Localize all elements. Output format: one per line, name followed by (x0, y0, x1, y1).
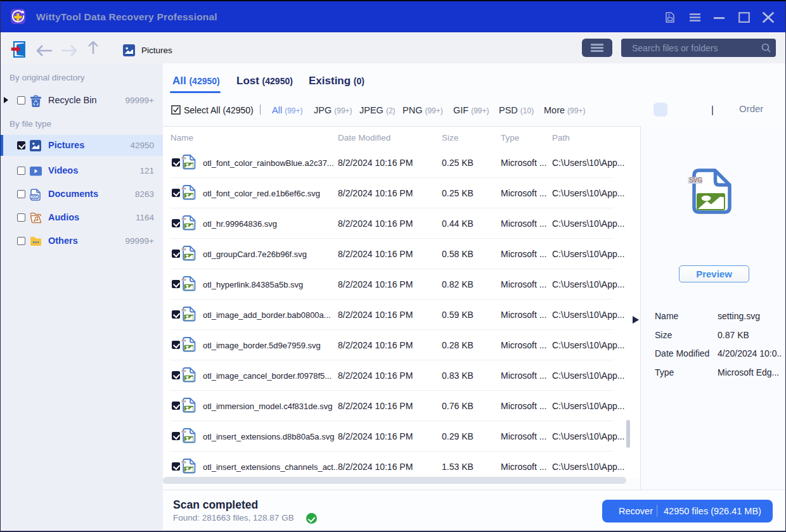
svg-text:SVG: SVG (182, 248, 186, 251)
svg-text:SVG: SVG (182, 309, 186, 312)
svg-text:SVG: SVG (182, 400, 186, 403)
svg-text:SVG: SVG (182, 157, 186, 160)
svg-text:SVG: SVG (182, 370, 186, 372)
svg-text:SVG: SVG (182, 218, 186, 220)
svg-text:SVG: SVG (182, 461, 186, 464)
svg-text:SVG: SVG (182, 339, 186, 342)
svg-text:SVG: SVG (182, 187, 186, 190)
svg-text:SVG: SVG (689, 177, 702, 184)
svg-text:SVG: SVG (182, 279, 186, 281)
svg-text:DOC: DOC (31, 195, 38, 198)
svg-text:SVG: SVG (182, 431, 186, 433)
